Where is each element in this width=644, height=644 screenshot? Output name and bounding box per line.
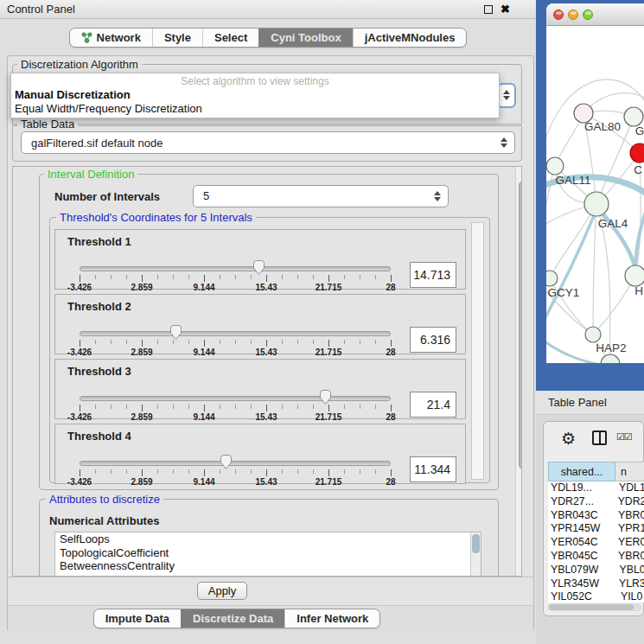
network-node-gcy1[interactable] [546,271,558,286]
tab-network[interactable]: Network [70,29,152,47]
tab-label: Style [164,31,191,44]
slider-tick-labels: -3.4262.8599.14415.4321.71528 [80,283,391,293]
apply-strip: Apply [8,577,533,605]
slider-thumb[interactable] [319,389,332,405]
gear-icon[interactable]: ⚙ [561,428,576,449]
tick-label: 2.859 [131,348,152,357]
close-icon[interactable]: ✖ [501,1,510,18]
tab-discretize-data[interactable]: Discretize Data [181,609,284,628]
apply-button[interactable]: Apply [197,582,247,600]
list-item[interactable]: SelfLoops [55,532,481,546]
slider-track[interactable] [80,461,391,466]
attribute-items: SelfLoopsTopologicalCoefficientBetweenne… [55,532,481,573]
column-header-shared-name[interactable]: shared... [548,462,615,481]
float-window-icon[interactable] [484,5,493,14]
tick-mark [328,340,329,347]
algorithm-dropdown-popup: Select algorithm to view settings Manual… [10,73,500,118]
tick-mark [391,340,392,347]
threshold-slider[interactable]: -3.4262.8599.14415.4321.71528 [80,453,391,488]
tick-label: 28 [386,477,395,487]
numerical-attributes-list[interactable]: SelfLoopsTopologicalCoefficientBetweenne… [54,532,481,577]
network-node-node-top-right[interactable] [624,107,643,126]
table-body[interactable]: YDL19...YDL1YDR27...YDR2YBR043CYBR0YPR14… [548,481,644,603]
thresholds-scrollbar-track[interactable] [471,222,484,480]
list-item[interactable]: BetweennessCentrality [55,559,481,573]
threshold-slider[interactable]: -3.4262.8599.14415.4321.71528 [80,323,391,358]
table-data-combobox[interactable]: galFiltered.sif default node [21,131,515,154]
threshold-slider[interactable]: -3.4262.8599.14415.4321.71528 [80,388,391,423]
scrollbar-thumb[interactable] [519,181,522,469]
table-row[interactable]: YBR045CYBR0 [548,550,644,564]
network-node-node-bottom[interactable] [601,354,620,363]
tick-mark [173,469,174,474]
slider-track[interactable] [80,266,391,271]
table-row[interactable]: YBR043CYBR0 [548,509,644,523]
number-of-intervals-combobox[interactable]: 5 [193,185,449,207]
slider-track[interactable] [80,396,391,401]
tab-infer-network[interactable]: Infer Network [284,609,379,628]
network-node-node-right-mid[interactable] [625,265,644,286]
threshold-value-field[interactable]: 6.316 [410,327,456,353]
tick-mark [80,340,80,347]
tick-label: 15.43 [255,412,277,422]
table-row[interactable]: YDL19...YDL1 [548,481,644,495]
tick-mark [142,340,143,347]
tick-label: 21.715 [316,477,342,487]
slider-track[interactable] [80,331,391,336]
popup-option-manual-discretization[interactable]: Manual Discretization [11,88,499,102]
cell-shared-name: YER054C [548,536,613,550]
slider-thumb[interactable] [169,324,182,341]
network-edge[interactable] [550,204,596,278]
columns-icon[interactable] [592,430,607,445]
threshold-value-field[interactable]: 11.344 [410,456,456,482]
table-row[interactable]: YPR145WYPR1 [548,522,644,536]
network-window-titlebar[interactable] [546,3,644,26]
table-row[interactable]: YBL079WYBL0 [548,564,644,577]
table-header-row: shared... n [548,462,644,481]
threshold-value-field[interactable]: 14.713 [410,262,456,288]
tick-label: 21.715 [316,412,342,422]
table-row[interactable]: YER054CYER0 [548,536,644,550]
minimize-traffic-light-icon[interactable] [568,10,578,20]
list-item[interactable]: TopologicalCoefficient [55,546,481,560]
node-label-gal11: GAL11 [555,174,590,187]
tab-impute-data[interactable]: Impute Data [94,609,181,628]
network-node-gal4[interactable] [584,192,609,216]
vertical-scrollbar[interactable] [515,167,522,576]
checkbox-icons[interactable]: ☑☑ [616,431,632,443]
tick-mark [220,405,220,409]
zoom-traffic-light-icon[interactable] [583,10,593,20]
tab-select[interactable]: Select [202,29,258,47]
close-traffic-light-icon[interactable] [553,10,564,20]
column-header-name[interactable]: n [615,462,644,481]
table-row[interactable]: YDR27...YDR2 [548,495,644,509]
tab-style[interactable]: Style [152,29,202,47]
tick-mark [344,275,345,279]
threshold-value-field[interactable]: 21.4 [410,392,456,418]
network-edge-highlighted[interactable] [546,209,596,325]
tick-label: 28 [386,412,395,422]
popup-option-equal-width-frequency[interactable]: Equal Width/Frequency Discretization [11,102,499,116]
algorithm-combobox-focused-fragment[interactable] [497,83,516,108]
threshold-slider[interactable]: -3.4262.8599.14415.4321.71528 [80,258,391,293]
scrollbar-thumb[interactable] [549,604,634,610]
tab-cyni-toolbox[interactable]: Cyni Toolbox [258,29,352,47]
tick-mark [157,469,158,474]
attributes-scrollbar[interactable] [470,532,481,577]
network-node-node-red[interactable] [630,143,644,163]
tab-jactivemnodules[interactable]: jActiveMNodules [353,29,467,47]
table-row[interactable]: YIL052CYIL0 [548,590,644,603]
tick-mark [173,405,174,409]
network-node-hap2[interactable] [585,327,601,342]
network-node-gal11[interactable] [546,157,564,175]
network-edge[interactable] [593,204,596,335]
network-canvas[interactable]: GAL80GCGAL11GAL4HGCY1HAP2 [546,26,644,363]
slider-thumb[interactable] [220,454,233,470]
scrollbar-thumb[interactable] [472,534,480,553]
table-row[interactable]: YLR345WYLR3 [548,577,644,591]
tick-mark [157,405,158,409]
tick-label: 28 [386,348,395,357]
horizontal-scrollbar[interactable] [548,603,641,611]
slider-thumb[interactable] [252,259,265,276]
tab-label: Cyni Toolbox [271,31,341,44]
